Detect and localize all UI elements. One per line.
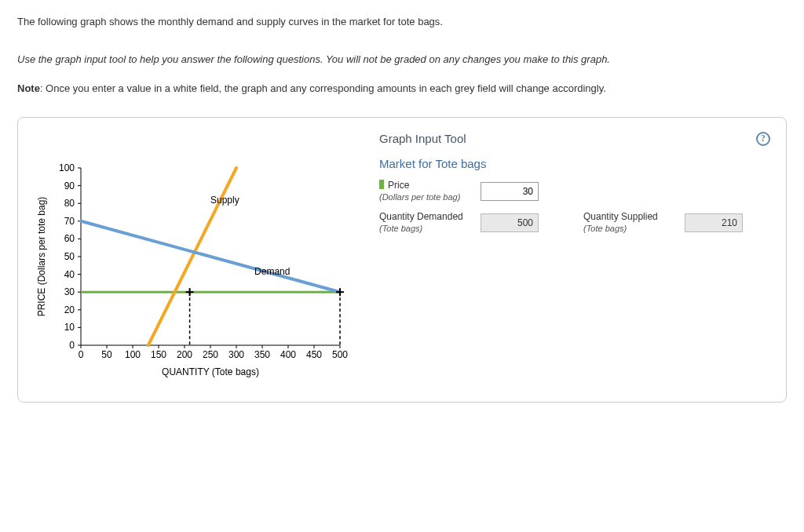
svg-text:50: 50 [101, 349, 112, 360]
svg-text:20: 20 [64, 304, 75, 315]
svg-text:0: 0 [69, 340, 75, 351]
svg-text:450: 450 [306, 349, 322, 360]
svg-text:300: 300 [228, 349, 244, 360]
svg-text:100: 100 [125, 349, 141, 360]
qd-label: Quantity Demanded [379, 211, 463, 222]
svg-text:Supply: Supply [210, 195, 239, 206]
price-field-group: Price (Dollars per tote bag) [379, 180, 560, 203]
svg-text:PRICE (Dollars per tote bag): PRICE (Dollars per tote bag) [36, 196, 47, 316]
svg-text:60: 60 [64, 233, 75, 244]
price-swatch-icon [379, 180, 384, 189]
help-icon[interactable]: ? [756, 132, 770, 146]
note-label: Note [17, 82, 40, 94]
svg-text:80: 80 [64, 198, 75, 209]
note-body: : Once you enter a value in a white fiel… [40, 82, 606, 94]
svg-text:200: 200 [177, 349, 192, 360]
svg-text:Demand: Demand [254, 265, 290, 276]
svg-text:500: 500 [332, 349, 348, 360]
graph-input-tool: Graph Input Tool ? Market for Tote bags … [379, 132, 770, 235]
tool-title: Graph Input Tool [379, 132, 466, 145]
note-text: Note: Once you enter a value in a white … [17, 81, 787, 97]
svg-text:10: 10 [64, 322, 75, 333]
qs-value: 210 [685, 213, 743, 232]
price-input[interactable] [481, 182, 539, 201]
qs-sublabel: (Tote bags) [583, 224, 627, 233]
price-label: Price [388, 180, 409, 191]
svg-text:150: 150 [151, 349, 166, 360]
svg-text:90: 90 [64, 180, 75, 191]
svg-text:0: 0 [79, 349, 84, 360]
svg-text:40: 40 [64, 268, 75, 279]
qd-value: 500 [481, 213, 539, 232]
svg-text:50: 50 [64, 251, 75, 262]
qs-field-group: Quantity Supplied (Tote bags) 210 [583, 211, 764, 235]
svg-text:QUANTITY (Tote bags): QUANTITY (Tote bags) [162, 366, 259, 377]
svg-text:400: 400 [280, 349, 296, 360]
svg-text:100: 100 [59, 162, 75, 173]
instructions-text: Use the graph input tool to help you ans… [17, 52, 787, 67]
svg-text:30: 30 [64, 286, 75, 297]
qd-field-group: Quantity Demanded (Tote bags) 500 [379, 211, 560, 235]
market-title: Market for Tote bags [379, 157, 770, 170]
svg-text:70: 70 [64, 215, 75, 226]
chart-container: 0102030405060708090100050100150200250300… [34, 132, 356, 380]
price-sublabel: (Dollars per tote bag) [379, 192, 460, 202]
intro-text: The following graph shows the monthly de… [17, 14, 787, 30]
qd-sublabel: (Tote bags) [379, 224, 422, 233]
svg-line-50 [81, 220, 340, 291]
supply-demand-chart[interactable]: 0102030405060708090100050100150200250300… [34, 160, 348, 380]
svg-text:350: 350 [254, 349, 270, 360]
qs-label: Quantity Supplied [583, 211, 658, 222]
graph-tool-panel: 0102030405060708090100050100150200250300… [17, 117, 787, 403]
svg-text:250: 250 [203, 349, 218, 360]
